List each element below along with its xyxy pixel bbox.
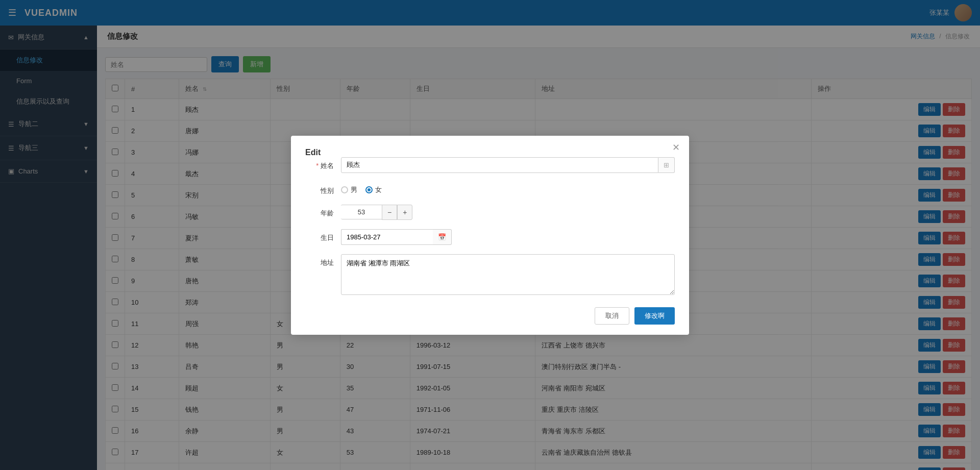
name-field-wrapper: ⊞: [341, 157, 675, 173]
gender-radio-group: 男 女: [341, 182, 382, 194]
form-row-name: 姓名 ⊞: [305, 157, 675, 173]
gender-label: 性别: [305, 182, 341, 195]
submit-button[interactable]: 修改啊: [634, 307, 675, 325]
radio-circle-male: [341, 186, 348, 193]
cancel-button[interactable]: 取消: [595, 307, 629, 325]
modal-title: Edit: [305, 148, 321, 157]
form-row-birthday: 生日 📅: [305, 229, 675, 245]
radio-circle-female: [365, 186, 373, 193]
name-input[interactable]: [341, 157, 658, 173]
date-field-wrapper: 📅: [341, 229, 452, 245]
birthday-label: 生日: [305, 229, 341, 242]
radio-female-label: 女: [375, 185, 382, 194]
calendar-icon[interactable]: 📅: [433, 229, 452, 245]
birthday-input[interactable]: [341, 229, 433, 245]
age-label: 年龄: [305, 205, 341, 218]
age-stepper: − +: [341, 205, 412, 220]
name-label: 姓名: [305, 157, 341, 170]
form-row-gender: 性别 男 女: [305, 182, 675, 195]
edit-modal: Edit ✕ 姓名 ⊞ 性别 男 女: [291, 136, 689, 335]
address-label: 地址: [305, 254, 341, 267]
age-input[interactable]: [341, 205, 382, 219]
modal-overlay[interactable]: Edit ✕ 姓名 ⊞ 性别 男 女: [0, 0, 980, 470]
age-increment-button[interactable]: +: [397, 205, 412, 220]
name-suffix-icon[interactable]: ⊞: [658, 157, 675, 173]
modal-footer: 取消 修改啊: [305, 307, 675, 325]
radio-female[interactable]: 女: [365, 185, 382, 194]
age-decrement-button[interactable]: −: [382, 205, 397, 220]
modal-close-button[interactable]: ✕: [672, 143, 680, 152]
form-row-address: 地址: [305, 254, 675, 295]
radio-male[interactable]: 男: [341, 185, 357, 194]
address-textarea[interactable]: [341, 254, 675, 295]
radio-male-label: 男: [351, 185, 357, 194]
form-row-age: 年龄 − +: [305, 205, 675, 220]
